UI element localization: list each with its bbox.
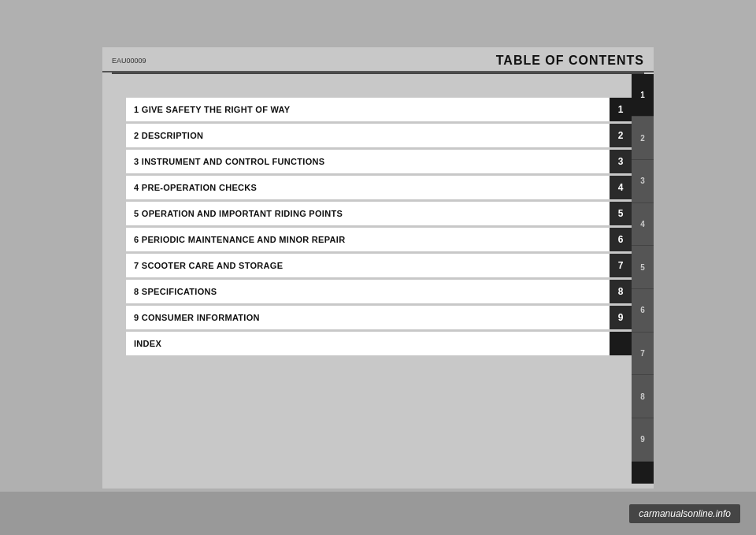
page-content: 1 GIVE SAFETY THE RIGHT OF WAY 1 2 DESCR… (102, 74, 654, 484)
toc-label-9: 9 CONSUMER INFORMATION (126, 306, 610, 329)
toc-number-5[interactable]: 5 (610, 202, 632, 225)
toc-row-7[interactable]: 7 SCOOTER CARE AND STORAGE 7 (126, 254, 632, 277)
toc-label-index: INDEX (126, 332, 610, 355)
page-container: EAU00009 TABLE OF CONTENTS 1 GIVE SAFETY… (0, 0, 756, 535)
toc-number-8[interactable]: 8 (610, 280, 632, 303)
sidebar-tab-3[interactable]: 3 (632, 160, 654, 203)
sidebar: 1 2 3 4 5 6 7 8 9 (632, 74, 654, 484)
page-title: TABLE OF CONTENTS (496, 54, 644, 68)
toc-number-9[interactable]: 9 (610, 306, 632, 329)
document-code: EAU00009 (112, 57, 146, 65)
toc-number-7[interactable]: 7 (610, 254, 632, 277)
toc-table: 1 GIVE SAFETY THE RIGHT OF WAY 1 2 DESCR… (126, 98, 632, 358)
toc-label-5: 5 OPERATION AND IMPORTANT RIDING POINTS (126, 202, 610, 225)
toc-row-4[interactable]: 4 PRE-OPERATION CHECKS 4 (126, 176, 632, 199)
toc-row-9[interactable]: 9 CONSUMER INFORMATION 9 (126, 306, 632, 329)
toc-label-1: 1 GIVE SAFETY THE RIGHT OF WAY (126, 98, 610, 121)
sidebar-tab-5[interactable]: 5 (632, 246, 654, 289)
page-header: EAU00009 TABLE OF CONTENTS (102, 47, 654, 72)
toc-number-2[interactable]: 2 (610, 124, 632, 147)
sidebar-tab-8[interactable]: 8 (632, 375, 654, 418)
toc-area: 1 GIVE SAFETY THE RIGHT OF WAY 1 2 DESCR… (102, 74, 632, 484)
toc-row-8[interactable]: 8 SPECIFICATIONS 8 (126, 280, 632, 303)
toc-row-3[interactable]: 3 INSTRUMENT AND CONTROL FUNCTIONS 3 (126, 150, 632, 173)
toc-label-6: 6 PERIODIC MAINTENANCE AND MINOR REPAIR (126, 228, 610, 251)
sidebar-tab-9[interactable]: 9 (632, 418, 654, 462)
toc-row-index[interactable]: INDEX (126, 332, 632, 355)
carmanuals-badge: carmanualsonline.info (629, 504, 740, 523)
toc-row-2[interactable]: 2 DESCRIPTION 2 (126, 124, 632, 147)
toc-number-index (610, 332, 632, 355)
document-page: EAU00009 TABLE OF CONTENTS 1 GIVE SAFETY… (102, 47, 654, 489)
toc-label-8: 8 SPECIFICATIONS (126, 280, 610, 303)
toc-number-3[interactable]: 3 (610, 150, 632, 173)
sidebar-tab-index[interactable] (632, 462, 654, 484)
toc-row-6[interactable]: 6 PERIODIC MAINTENANCE AND MINOR REPAIR … (126, 228, 632, 251)
sidebar-tab-4[interactable]: 4 (632, 203, 654, 247)
sidebar-tab-2[interactable]: 2 (632, 117, 654, 160)
toc-number-1[interactable]: 1 (610, 98, 632, 121)
sidebar-tab-7[interactable]: 7 (632, 333, 654, 376)
toc-row-1[interactable]: 1 GIVE SAFETY THE RIGHT OF WAY 1 (126, 98, 632, 121)
sidebar-tab-6[interactable]: 6 (632, 289, 654, 333)
toc-label-2: 2 DESCRIPTION (126, 124, 610, 147)
toc-number-4[interactable]: 4 (610, 176, 632, 199)
toc-label-7: 7 SCOOTER CARE AND STORAGE (126, 254, 610, 277)
toc-row-5[interactable]: 5 OPERATION AND IMPORTANT RIDING POINTS … (126, 202, 632, 225)
toc-label-3: 3 INSTRUMENT AND CONTROL FUNCTIONS (126, 150, 610, 173)
sidebar-tab-1[interactable]: 1 (632, 74, 654, 117)
toc-label-4: 4 PRE-OPERATION CHECKS (126, 176, 610, 199)
toc-number-6[interactable]: 6 (610, 228, 632, 251)
